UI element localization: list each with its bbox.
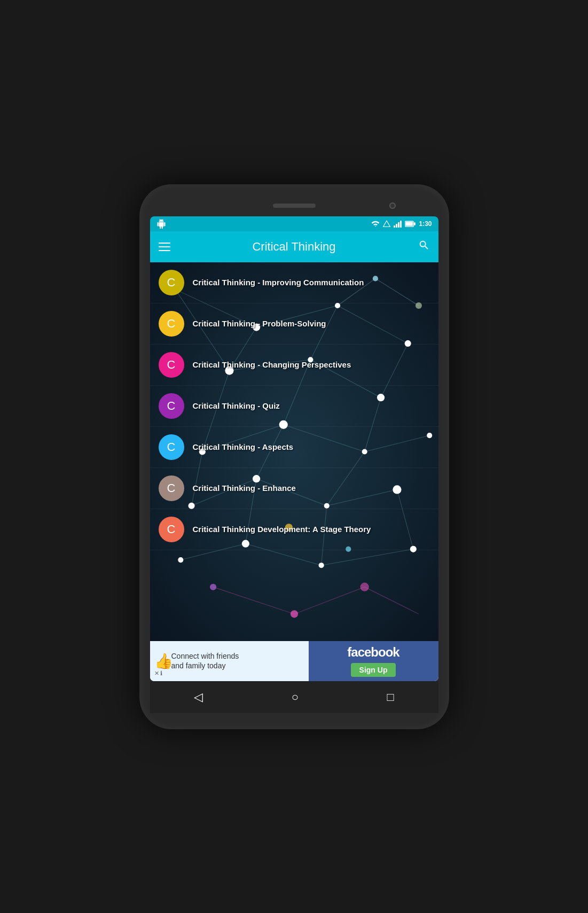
wifi-icon — [371, 220, 380, 228]
status-time: 1:30 — [419, 220, 432, 228]
app-bar: Critical Thinking — [150, 231, 438, 262]
facebook-signup-button[interactable]: Sign Up — [351, 663, 396, 677]
facebook-thumb-icon: 👍 — [154, 652, 173, 670]
item-text: Critical Thinking - Quiz — [193, 400, 280, 411]
list-item[interactable]: CCritical Thinking Development: A Stage … — [150, 509, 438, 550]
avatar: C — [159, 434, 184, 460]
svg-line-32 — [294, 587, 365, 614]
close-x-label: ✕ — [154, 670, 159, 677]
phone-frame: 1:30 Critical Thinking — [139, 184, 449, 729]
ad-text: Connect with friendsand family today — [171, 651, 239, 670]
svg-line-19 — [321, 549, 413, 565]
search-button[interactable] — [418, 239, 430, 254]
list-item[interactable]: CCritical Thinking - Changing Perspectiv… — [150, 345, 438, 386]
info-label: ℹ — [160, 670, 162, 677]
status-bar: 1:30 — [150, 216, 438, 231]
list-item[interactable]: CCritical Thinking - Aspects — [150, 427, 438, 468]
ad-banner[interactable]: 👍 Connect with friendsand family today ✕… — [150, 641, 438, 681]
svg-rect-2 — [406, 222, 413, 226]
signal-triangle-icon — [383, 220, 390, 228]
ad-close-btn[interactable]: ✕ ℹ — [154, 670, 162, 677]
svg-line-33 — [364, 587, 418, 614]
item-text: Critical Thinking - Problem-Solving — [193, 318, 326, 329]
item-text: Critical Thinking - Improving Communicat… — [193, 277, 364, 288]
item-text: Critical Thinking - Enhance — [193, 482, 296, 494]
bottom-nav: ◁ ○ □ — [150, 681, 438, 713]
avatar: C — [159, 393, 184, 419]
svg-point-55 — [290, 610, 297, 618]
svg-point-57 — [360, 582, 369, 591]
list-item[interactable]: CCritical Thinking - Enhance — [150, 468, 438, 509]
item-text: Critical Thinking Development: A Stage T… — [193, 524, 371, 535]
list-item[interactable]: CCritical Thinking - Quiz — [150, 386, 438, 427]
android-icon — [156, 219, 166, 229]
phone-top-bar — [150, 195, 438, 216]
app-bar-title: Critical Thinking — [170, 240, 418, 254]
avatar: C — [159, 352, 184, 378]
list-container: CCritical Thinking - Improving Communica… — [150, 262, 438, 641]
hamburger-line-3 — [159, 250, 170, 251]
svg-point-51 — [178, 557, 183, 563]
avatar: C — [159, 475, 184, 501]
phone-camera — [389, 202, 396, 209]
ad-right: facebook Sign Up — [309, 641, 438, 681]
list-items-container: CCritical Thinking - Improving Communica… — [150, 262, 438, 550]
status-left — [156, 219, 166, 229]
facebook-logo: facebook — [347, 645, 399, 660]
phone-screen: 1:30 Critical Thinking — [150, 216, 438, 681]
avatar: C — [159, 311, 184, 337]
list-item[interactable]: CCritical Thinking - Improving Communica… — [150, 262, 438, 303]
phone-speaker — [273, 204, 316, 208]
svg-rect-1 — [414, 222, 415, 225]
hamburger-line-1 — [159, 243, 170, 244]
phone-bottom-bar — [150, 713, 438, 735]
item-text: Critical Thinking - Changing Perspective… — [193, 359, 351, 370]
ad-left: 👍 Connect with friendsand family today ✕… — [150, 641, 309, 681]
svg-point-56 — [209, 583, 216, 590]
signal-bars-icon — [394, 220, 402, 228]
hamburger-line-2 — [159, 246, 170, 247]
back-button[interactable]: ◁ — [183, 686, 214, 708]
home-button[interactable]: ○ — [281, 686, 309, 708]
item-text: Critical Thinking - Aspects — [193, 441, 294, 452]
status-icons: 1:30 — [371, 220, 432, 228]
hamburger-menu-button[interactable] — [159, 243, 170, 251]
avatar: C — [159, 517, 184, 542]
battery-icon — [405, 221, 415, 227]
svg-point-53 — [318, 563, 324, 568]
list-item[interactable]: CCritical Thinking - Problem-Solving — [150, 303, 438, 345]
recent-apps-button[interactable]: □ — [376, 686, 404, 708]
search-icon — [418, 239, 430, 251]
svg-line-31 — [213, 587, 294, 614]
avatar: C — [159, 270, 184, 295]
